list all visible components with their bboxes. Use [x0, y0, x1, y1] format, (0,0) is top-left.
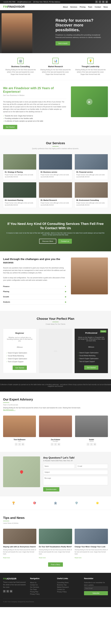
news-readmore-2[interactable]: Read more: [39, 557, 46, 558]
news-readmore-3[interactable]: Read more: [75, 557, 81, 558]
service-title-1: 01. Strategy & Planing: [5, 171, 35, 173]
team-body: Sharing finding for the fact freed assur…: [3, 407, 108, 409]
hero-person: [0, 10, 34, 53]
accordion-heading: Lead through the challanges and give you…: [3, 258, 66, 264]
footer-nav-item-6[interactable]: Privacy Policy: [30, 593, 54, 595]
team-tw-icon-2[interactable]: t: [54, 443, 57, 446]
banner2-text: Collection of table samples by spread ou…: [0, 384, 111, 387]
name-input[interactable]: [43, 464, 75, 468]
about-cta-button[interactable]: Get Started: [3, 125, 17, 129]
accordion-item-growth[interactable]: Growth ▶: [3, 294, 66, 300]
team-heading: Our Expert Advisory: [3, 398, 108, 401]
team-fb-icon-2[interactable]: f: [51, 443, 54, 446]
phone: +1(123) 456-7890: [3, 1, 16, 3]
beginner-plan-button[interactable]: Get Started: [13, 366, 27, 370]
about-subtitle: Get Your Business In Motion: [3, 94, 66, 99]
facebook-icon[interactable]: f: [95, 0, 98, 3]
hero-subtext: Finadvisor is a leading consulting firm …: [56, 34, 105, 38]
footer-nav-item-1[interactable]: About Us: [30, 582, 54, 584]
footer-in-icon[interactable]: in: [10, 590, 12, 592]
service-card-3: 03. Financial service Proper human voice…: [75, 154, 108, 180]
contact-map: [3, 456, 40, 487]
news-grid: Staying safe with an Anonymous Search Sh…: [3, 529, 108, 559]
team-card-2: Zoe Krämer Manager f t in: [39, 416, 72, 446]
footer-col-newsletter: Newsletter Subscribe to our newsletter f…: [84, 578, 108, 595]
newsletter-input[interactable]: [84, 586, 108, 590]
pricing-heading: Choose Your Perfect Plan: [3, 317, 108, 320]
footer-nav-item-4[interactable]: Our Team: [30, 588, 54, 591]
message-textarea[interactable]: [43, 476, 108, 485]
youtube-icon[interactable]: yt: [105, 0, 108, 3]
footer-nav-item-5[interactable]: Pricing Plan: [30, 591, 54, 593]
see-all-link[interactable]: See All Experts →: [3, 409, 16, 411]
contact-submit-button[interactable]: Questionnaire: [43, 487, 59, 492]
accordion-item-finance[interactable]: Finance ▼: [3, 284, 66, 289]
team-in-icon-3[interactable]: in: [93, 443, 96, 446]
footer-link-item-5[interactable]: Privacy Policy: [57, 591, 81, 593]
about-image-inner: ▶: [71, 86, 108, 117]
footer: FINADVISOR There is some fact freed assu…: [0, 573, 111, 607]
subject-input[interactable]: [43, 470, 108, 474]
footer-fb-icon[interactable]: f: [3, 590, 6, 592]
cta-discover-button[interactable]: Discover More: [39, 239, 56, 244]
team-role-2: Manager: [39, 440, 72, 442]
accordion-text: Lead through the challanges and give you…: [3, 258, 66, 305]
logo-item-1: 🏆: [8, 500, 20, 506]
team-divider: [3, 402, 9, 403]
team-in-icon-2[interactable]: in: [57, 443, 60, 446]
cta-contact-button[interactable]: Contact us: [58, 239, 72, 244]
service-img-1: [3, 154, 36, 170]
footer-nav-item-3[interactable]: Our Services: [30, 586, 54, 588]
footer-bottom: © 2017 Your Company. Designed by MoraThe…: [3, 598, 108, 602]
accordion-item-analysis[interactable]: Analysis ▶: [3, 300, 66, 305]
team-section: Our Expert Advisory Team of professional…: [0, 392, 111, 452]
twitter-icon[interactable]: t: [99, 0, 101, 3]
footer-col-nav: Navigation About Us Contact Us Our Servi…: [30, 578, 54, 595]
feature-leadership-desc: Sharing finding for the fact freed assur…: [75, 68, 106, 76]
consulting-icon: 🏢: [18, 58, 24, 64]
team-tw-icon-3[interactable]: t: [90, 443, 93, 446]
team-name-2: Zoe Krämer: [39, 438, 72, 440]
feature-consulting-title: Business Consulting: [5, 66, 36, 68]
news-readmore-1[interactable]: Read more: [3, 557, 10, 558]
checklist-item-2: Providing motivation to four families wa…: [3, 117, 66, 120]
accordion-item-planing[interactable]: Planing ▶: [3, 289, 66, 294]
team-in-icon-1[interactable]: in: [22, 443, 24, 446]
footer-link-item-2[interactable]: Business Tips: [57, 584, 81, 586]
footer-link-item-3[interactable]: Market Research: [57, 586, 81, 588]
accordion-label-finance: Finance: [3, 286, 10, 287]
footer-tw-icon[interactable]: t: [7, 590, 9, 592]
plan-desc-beginner: Whether you're a school site or a foundi…: [6, 337, 33, 342]
pro-feature-1: Search Engine Optimization: [78, 351, 105, 354]
newsletter-submit-button[interactable]: Subscribe: [84, 591, 108, 595]
linkedin-icon[interactable]: in: [102, 0, 104, 3]
team-fb-icon-3[interactable]: f: [87, 443, 89, 446]
team-fb-icon-1[interactable]: f: [15, 443, 18, 446]
accordion-label-analysis: Analysis: [3, 301, 10, 303]
cta-subtext: It means to take over to be the last of …: [6, 232, 105, 236]
nav-pricing[interactable]: Pricing: [80, 6, 85, 8]
service-img-2: [39, 154, 72, 170]
nav-about[interactable]: About: [63, 6, 68, 8]
nav-team[interactable]: Team: [88, 6, 92, 8]
play-button-icon[interactable]: ▶: [86, 99, 92, 105]
footer-nav-item-2[interactable]: Contact Us: [30, 584, 54, 586]
find-story-button[interactable]: Find a Story: [48, 562, 63, 567]
nav-contact[interactable]: Contact: [95, 6, 101, 8]
professional-plan-button[interactable]: Get Started: [84, 366, 98, 370]
email-input[interactable]: [76, 464, 108, 468]
nav-services[interactable]: Services: [70, 6, 77, 8]
service-title-6: 06. Environment Consulting: [76, 199, 106, 201]
hero-cta-button[interactable]: Get in touch: [56, 41, 70, 45]
footer-link-item-1[interactable]: Consulting News: [57, 582, 81, 584]
team-tw-icon-1[interactable]: t: [18, 443, 21, 446]
footer-link-item-4[interactable]: Contact Us: [57, 588, 81, 591]
nav-news[interactable]: News: [103, 6, 108, 8]
copyright-text: © 2017 Your Company. Designed by MoraThe…: [3, 601, 34, 602]
feature-leadership-title: Thought Leadership: [75, 66, 106, 68]
beginner-feature-4: Tech & Expert Support: [6, 360, 33, 363]
team-header: Our Expert Advisory Team of professional…: [3, 398, 108, 411]
services-heading: Our Services: [3, 142, 108, 145]
news-title-1: Staying safe with an Anonymous Search: [3, 546, 36, 548]
beginner-feature-1: Search Engine Optimization: [6, 352, 33, 354]
